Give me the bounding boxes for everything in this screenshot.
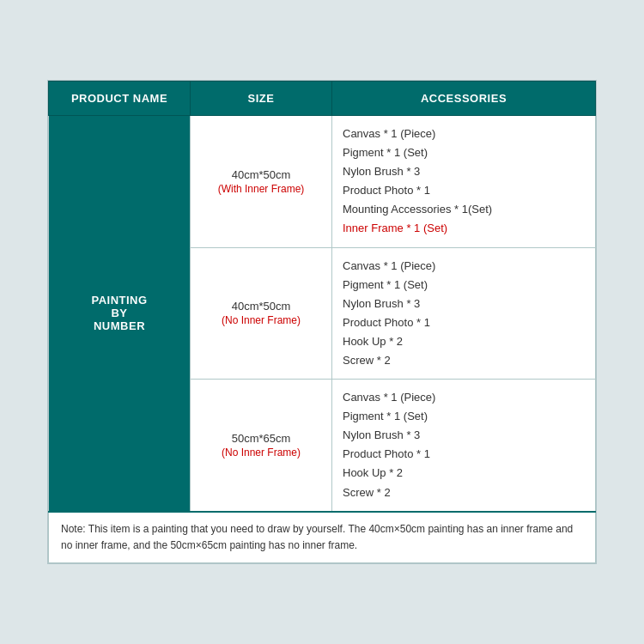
accessory-item: Inner Frame * 1 (Set)	[343, 219, 585, 238]
accessory-item: Canvas * 1 (Piece)	[343, 125, 585, 143]
accessory-item: Pigment * 1 (Set)	[343, 143, 585, 162]
product-table-container: PRODUCT NAME SIZE ACCESSORIES PAINTING B…	[47, 80, 597, 564]
header-accessories: ACCESSORIES	[332, 81, 596, 115]
accessory-item: Canvas * 1 (Piece)	[343, 257, 585, 276]
table-header-row: PRODUCT NAME SIZE ACCESSORIES	[49, 81, 596, 115]
accessory-item: Screw * 2	[343, 351, 585, 370]
accessory-item: Mounting Accessories * 1(Set)	[343, 200, 585, 219]
size-label: 40cm*50cm	[201, 300, 321, 313]
size-note: (With Inner Frame)	[201, 183, 321, 195]
size-label: 40cm*50cm	[201, 168, 321, 181]
size-note: (No Inner Frame)	[201, 447, 321, 459]
accessory-item: Pigment * 1 (Set)	[343, 276, 585, 295]
accessory-item: Canvas * 1 (Piece)	[343, 388, 585, 407]
header-size: SIZE	[191, 81, 332, 115]
accessory-item: Nylon Brush * 3	[343, 426, 585, 445]
accessory-item: Hook Up * 2	[343, 464, 585, 483]
accessory-item: Nylon Brush * 3	[343, 162, 585, 181]
accessory-item: Hook Up * 2	[343, 332, 585, 351]
accessories-cell: Canvas * 1 (Piece)Pigment * 1 (Set)Nylon…	[332, 247, 596, 380]
product-table: PRODUCT NAME SIZE ACCESSORIES PAINTING B…	[48, 81, 596, 563]
header-product-name: PRODUCT NAME	[49, 81, 191, 115]
product-name-cell: PAINTING BY NUMBER	[49, 115, 191, 511]
accessory-item: Nylon Brush * 3	[343, 295, 585, 313]
accessory-item: Screw * 2	[343, 483, 585, 502]
size-label: 50cm*65cm	[201, 432, 321, 445]
accessories-cell: Canvas * 1 (Piece)Pigment * 1 (Set)Nylon…	[332, 380, 596, 512]
note-row: Note: This item is a painting that you n…	[49, 512, 596, 563]
note-cell: Note: This item is a painting that you n…	[49, 512, 596, 563]
size-cell: 40cm*50cm(No Inner Frame)	[191, 247, 332, 380]
accessory-item: Product Photo * 1	[343, 313, 585, 332]
table-row: PAINTING BY NUMBER40cm*50cm(With Inner F…	[49, 115, 596, 247]
accessory-item: Pigment * 1 (Set)	[343, 407, 585, 426]
accessory-item: Product Photo * 1	[343, 181, 585, 200]
size-note: (No Inner Frame)	[201, 314, 321, 326]
accessories-cell: Canvas * 1 (Piece)Pigment * 1 (Set)Nylon…	[332, 115, 596, 247]
size-cell: 40cm*50cm(With Inner Frame)	[191, 115, 332, 247]
size-cell: 50cm*65cm(No Inner Frame)	[191, 380, 332, 512]
accessory-item: Product Photo * 1	[343, 445, 585, 464]
